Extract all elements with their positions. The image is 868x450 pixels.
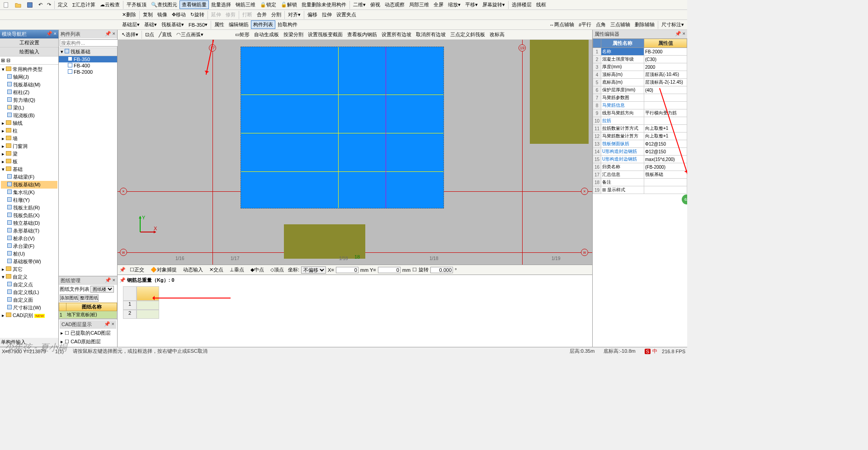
- add-drawing-button[interactable]: 添加图纸: [60, 294, 79, 302]
- tb-设置筏板变截面[interactable]: 设置筏板变截面: [306, 30, 345, 39]
- tb-构件列表[interactable]: 构件列表: [251, 20, 275, 29]
- tb-设置所有边坡[interactable]: 设置所有边坡: [379, 30, 414, 39]
- prop-row[interactable]: 7马凳筋参数图: [593, 94, 687, 102]
- prop-row[interactable]: 6保护层厚度(mm)(40): [593, 86, 687, 94]
- pin-icon[interactable]: 📌 ×: [675, 31, 685, 38]
- tree-item[interactable]: 条形基础(T): [1, 227, 57, 235]
- tb-锁定[interactable]: 🔒 锁定: [258, 0, 278, 9]
- tree-item[interactable]: 筏板基础(M): [1, 181, 57, 189]
- opt-垂点[interactable]: ⊥ 垂点: [227, 265, 246, 274]
- tb-直线[interactable]: ╱ 直线: [156, 30, 174, 39]
- tb-旋转[interactable]: ↻ 旋转: [188, 10, 207, 19]
- tb-两点辅轴[interactable]: ↔ 两点辅轴: [547, 20, 576, 29]
- y-input[interactable]: [378, 267, 401, 273]
- opt-中点[interactable]: ◆ 中点: [248, 265, 266, 274]
- drawing-tab-select[interactable]: 图纸楼: [90, 286, 114, 293]
- tb-分割[interactable]: 分割: [269, 10, 283, 19]
- slab-element[interactable]: [241, 47, 444, 208]
- tb-云检查[interactable]: ☁ 云检查: [98, 0, 122, 9]
- tb-合并[interactable]: 合并: [255, 10, 269, 19]
- tb-查看钢筋量[interactable]: 查看钢筋量: [179, 0, 209, 9]
- tb-线框[interactable]: 线框: [534, 0, 548, 9]
- prop-row[interactable]: 3厚度(mm)2000: [593, 63, 687, 71]
- tb-查找图元[interactable]: 🔍 查找图元: [149, 0, 179, 9]
- tb-对齐[interactable]: 对齐 ▾: [286, 10, 303, 19]
- complist-item[interactable]: FB-400: [59, 62, 117, 69]
- tb-复制[interactable]: 复制: [141, 10, 155, 19]
- tb-三点画弧[interactable]: ◠ 三点画弧 ▾: [174, 30, 206, 39]
- opt-顶点[interactable]: ◇ 顶点: [268, 265, 286, 274]
- complist-item[interactable]: FB-350: [59, 56, 117, 62]
- redo-icon[interactable]: ↷: [45, 1, 53, 9]
- tb-自动生成板[interactable]: 自动生成板: [252, 30, 281, 39]
- prop-row[interactable]: 19⊞ 显示样式: [593, 186, 687, 194]
- save-icon[interactable]: [24, 1, 36, 9]
- tb-动态观察[interactable]: 动态观察: [382, 0, 407, 9]
- opt-动态输入[interactable]: 动态输入: [181, 265, 205, 274]
- tb-属性[interactable]: 属性: [212, 20, 226, 29]
- tb-定义[interactable]: 定义: [56, 0, 70, 9]
- collapse-all-icon[interactable]: ⊟: [6, 57, 10, 63]
- pin-icon[interactable]: 📌 ×: [105, 277, 115, 284]
- drawing-table[interactable]: 图纸名称 1地下室底板(桩): [59, 303, 117, 319]
- tb-全屏[interactable]: 全屏: [431, 0, 446, 9]
- tb-取消所有边坡[interactable]: 取消所有边坡: [414, 30, 448, 39]
- prop-row[interactable]: 13筏板侧面纵筋Φ12@150: [593, 140, 687, 148]
- tb-尺寸标注[interactable]: 尺寸标注 ▾: [659, 20, 686, 29]
- tb-偏移[interactable]: 偏移: [305, 10, 320, 19]
- property-grid[interactable]: 属性名称属性值 1名称FB-20002混凝土强度等级(C30)3厚度(mm)20…: [593, 38, 687, 194]
- tree-item[interactable]: 筏板主筋(R): [1, 204, 57, 212]
- component-tree[interactable]: ▾ 常用构件类型 轴网(J) 筏板基础(M) 框柱(Z) 剪力墙(Q) 梁(L)…: [0, 65, 58, 338]
- section-工程设置[interactable]: 工程设置: [0, 38, 58, 47]
- tb-拾取构件[interactable]: 拾取构件: [275, 20, 300, 29]
- prop-row[interactable]: 10拉筋: [593, 117, 687, 125]
- tb-编辑钢筋[interactable]: 编辑钢筋: [226, 20, 251, 29]
- tb-修剪[interactable]: 修剪: [223, 10, 238, 19]
- component-list[interactable]: ▾ 筏板基础 FB-350 FB-400 FB-2000: [59, 48, 117, 276]
- tb-改标高[interactable]: 改标高: [487, 30, 507, 39]
- tb-删除[interactable]: ✕ 删除: [120, 10, 138, 19]
- section-绘图输入[interactable]: 绘图输入: [0, 47, 58, 57]
- tb-移动[interactable]: ✥ 移动: [170, 10, 188, 19]
- x-input[interactable]: [336, 267, 359, 273]
- sel-基础层[interactable]: 基础层 ▾: [120, 20, 142, 29]
- pin-icon[interactable]: 📌 ×: [46, 31, 57, 38]
- prop-row[interactable]: 9线形马凳筋方向平行横向受力筋: [593, 109, 687, 117]
- prop-row[interactable]: 1名称FB-2000: [593, 48, 687, 56]
- tb-局部三维[interactable]: 局部三维: [407, 0, 431, 9]
- ime-icon[interactable]: S: [645, 349, 651, 354]
- prop-row[interactable]: 15U形构造封边钢筋max(15*d,200): [593, 156, 687, 163]
- open-icon[interactable]: [13, 1, 24, 9]
- tb-平行[interactable]: # 平行: [576, 20, 594, 29]
- tree-item[interactable]: 集水坑(K): [1, 189, 57, 196]
- tb-打断[interactable]: 打断: [240, 10, 255, 19]
- prop-row[interactable]: 4顶标高(m)层顶标高(-10.45): [593, 71, 687, 79]
- search-input[interactable]: [60, 39, 125, 47]
- new-icon[interactable]: [1, 1, 13, 9]
- tb-点[interactable]: ⊡ 点: [143, 30, 156, 39]
- tb-钢筋三维[interactable]: 钢筋三维: [233, 0, 258, 9]
- expand-all-icon[interactable]: ⊞: [1, 57, 5, 63]
- prop-row[interactable]: 17汇总信息筏板基础: [593, 171, 687, 179]
- tb-拉伸[interactable]: 拉伸: [320, 10, 334, 19]
- pin-icon[interactable]: 📌: [119, 267, 126, 273]
- tb-查看板内钢筋[interactable]: 查看板内钢筋: [345, 30, 379, 39]
- complist-item[interactable]: FB-2000: [59, 69, 117, 75]
- tb-平移[interactable]: 平移 ▾: [463, 0, 480, 9]
- offset-select[interactable]: 不偏移: [301, 266, 326, 274]
- prop-row[interactable]: 14U形构造封边钢筋Φ12@150: [593, 148, 687, 156]
- sel-FB350[interactable]: FB-350 ▾: [186, 21, 210, 28]
- tree-item[interactable]: 独立基础(D): [1, 219, 57, 227]
- opt-正交[interactable]: ☐ 正交: [127, 265, 146, 274]
- prop-row[interactable]: 5底标高(m)层顶标高-2(-12.45): [593, 79, 687, 86]
- tree-item[interactable]: 桩承台(V): [1, 235, 57, 242]
- tb-延伸[interactable]: 延伸: [209, 10, 223, 19]
- tb-平齐板顶[interactable]: 平齐板顶: [124, 0, 149, 9]
- tb-批量删除[interactable]: 批量删除未使用构件: [299, 0, 349, 9]
- pin-icon[interactable]: 📌: [119, 277, 126, 283]
- prop-row[interactable]: 8马凳筋信息: [593, 102, 687, 109]
- tb-按梁分割[interactable]: 按梁分割: [281, 30, 306, 39]
- tree-item[interactable]: 柱墩(Y): [1, 196, 57, 204]
- tb-选择楼层[interactable]: 选择楼层: [509, 0, 534, 9]
- prop-row[interactable]: 18备注: [593, 179, 687, 186]
